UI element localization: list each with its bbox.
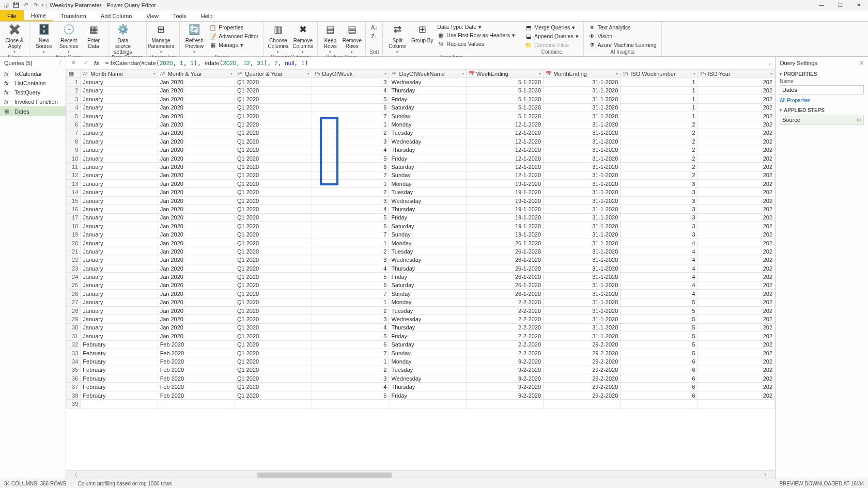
- column-header-isoyear[interactable]: 1²₃ISO Year▾: [698, 70, 774, 78]
- cell-isoweek[interactable]: 2: [621, 171, 698, 179]
- cell-isoyear[interactable]: 202: [698, 196, 774, 204]
- replace-values-button[interactable]: ½Replace Values: [436, 40, 517, 48]
- row-number[interactable]: 16: [67, 205, 81, 213]
- hscroll-thumb[interactable]: [257, 473, 392, 478]
- cell-monthending[interactable]: 29-2-2020: [544, 383, 621, 391]
- cell-weekending[interactable]: 2-2-2020: [466, 306, 543, 314]
- cell-monthending[interactable]: 31-1-2020: [544, 188, 621, 196]
- cell-monthending[interactable]: 31-1-2020: [544, 247, 621, 256]
- cell-dayofweekname[interactable]: Thursday: [389, 146, 466, 154]
- cell-monthending[interactable]: 31-1-2020: [544, 230, 621, 239]
- cell-dayofweek[interactable]: 2: [312, 188, 389, 196]
- cell-weekending[interactable]: 12-1-2020: [466, 171, 543, 179]
- cell-monthending[interactable]: [544, 400, 621, 408]
- cell-dayofweek[interactable]: 1: [312, 120, 389, 129]
- filter-icon[interactable]: ▾: [153, 71, 156, 76]
- cell-isoweek[interactable]: 6: [621, 391, 698, 399]
- row-number[interactable]: 1: [67, 78, 81, 86]
- cell-weekending[interactable]: 12-1-2020: [466, 163, 543, 171]
- sort-desc-button[interactable]: Z↓: [369, 32, 379, 40]
- cell-quarteryear[interactable]: Q1 2020: [235, 290, 312, 298]
- cell-quarteryear[interactable]: Q1 2020: [235, 315, 312, 323]
- applied-steps-title[interactable]: APPLIED STEPS: [780, 107, 864, 113]
- cell-isoweek[interactable]: [621, 400, 698, 408]
- cell-dayofweek[interactable]: 4: [312, 264, 389, 272]
- cell-monthname[interactable]: January: [81, 290, 158, 298]
- cell-dayofweek[interactable]: 2: [312, 247, 389, 256]
- cell-monthending[interactable]: 31-1-2020: [544, 163, 621, 171]
- cell-monthname[interactable]: January: [81, 222, 158, 230]
- cell-isoyear[interactable]: 202: [698, 332, 774, 340]
- cell-isoweek[interactable]: 5: [621, 323, 698, 332]
- cell-isoweek[interactable]: 6: [621, 357, 698, 366]
- cell-weekending[interactable]: [466, 400, 543, 408]
- cell-isoyear[interactable]: 202: [698, 391, 774, 399]
- cell-monthname[interactable]: January: [81, 230, 158, 239]
- cell-isoyear[interactable]: 202: [698, 340, 774, 349]
- first-row-headers-button[interactable]: ▦Use First Row as Headers ▾: [436, 31, 517, 39]
- cell-dayofweek[interactable]: 3: [312, 256, 389, 264]
- cell-isoyear[interactable]: 202: [698, 239, 774, 247]
- cell-monthyear[interactable]: Jan 2020: [158, 196, 235, 204]
- cell-monthending[interactable]: 31-1-2020: [544, 264, 621, 272]
- cell-dayofweekname[interactable]: Monday: [389, 180, 466, 188]
- filter-icon[interactable]: ▾: [384, 71, 386, 76]
- table-row[interactable]: 22JanuaryJan 2020Q1 20203Wednesday26-1-2…: [67, 256, 775, 264]
- cell-dayofweekname[interactable]: Wednesday: [389, 196, 466, 204]
- formula-expand-icon[interactable]: ⌄: [768, 60, 772, 66]
- row-number[interactable]: 23: [67, 264, 81, 272]
- cell-monthyear[interactable]: Jan 2020: [158, 188, 235, 196]
- cell-isoyear[interactable]: 202: [698, 273, 774, 281]
- cell-weekending[interactable]: 19-1-2020: [466, 188, 543, 196]
- cell-dayofweekname[interactable]: Thursday: [389, 205, 466, 213]
- table-row[interactable]: 31JanuaryJan 2020Q1 20205Friday2-2-20203…: [67, 332, 775, 340]
- cell-monthname[interactable]: January: [81, 188, 158, 196]
- cell-isoyear[interactable]: 202: [698, 290, 774, 298]
- cell-isoweek[interactable]: 5: [621, 315, 698, 323]
- cell-weekending[interactable]: 26-1-2020: [466, 256, 543, 264]
- cell-monthname[interactable]: January: [81, 146, 158, 154]
- cell-monthname[interactable]: [81, 400, 158, 408]
- cell-monthyear[interactable]: Jan 2020: [158, 120, 235, 129]
- cell-quarteryear[interactable]: Q1 2020: [235, 256, 312, 264]
- row-number[interactable]: 22: [67, 256, 81, 264]
- cell-isoyear[interactable]: 202: [698, 120, 774, 129]
- remove-rows-button[interactable]: ▤Remove Rows▾: [342, 22, 362, 54]
- table-row[interactable]: 18JanuaryJan 2020Q1 20206Saturday19-1-20…: [67, 222, 775, 230]
- cell-isoyear[interactable]: 202: [698, 112, 774, 120]
- cell-dayofweek[interactable]: 3: [312, 78, 389, 86]
- cell-monthname[interactable]: February: [81, 357, 158, 366]
- cell-quarteryear[interactable]: Q1 2020: [235, 196, 312, 204]
- cell-monthyear[interactable]: Jan 2020: [158, 332, 235, 340]
- row-number[interactable]: 37: [67, 383, 81, 391]
- table-row[interactable]: 37FebruaryFeb 2020Q1 20204Thursday9-2-20…: [67, 383, 775, 391]
- cell-monthending[interactable]: 31-1-2020: [544, 171, 621, 179]
- cell-monthname[interactable]: January: [81, 264, 158, 272]
- row-number[interactable]: 28: [67, 306, 81, 314]
- cell-weekending[interactable]: 2-2-2020: [466, 315, 543, 323]
- cell-dayofweek[interactable]: 7: [312, 171, 389, 179]
- table-row[interactable]: 27JanuaryJan 2020Q1 20201Monday2-2-20203…: [67, 298, 775, 306]
- table-row[interactable]: 16JanuaryJan 2020Q1 20204Thursday19-1-20…: [67, 205, 775, 213]
- cell-dayofweekname[interactable]: Monday: [389, 120, 466, 129]
- row-number[interactable]: 24: [67, 273, 81, 281]
- row-number[interactable]: 25: [67, 281, 81, 289]
- cell-isoyear[interactable]: 202: [698, 103, 774, 112]
- table-row[interactable]: 3JanuaryJan 2020Q1 20205Friday5-1-202031…: [67, 95, 775, 103]
- ribbon-tab-transform[interactable]: Transform: [53, 10, 94, 21]
- cell-isoweek[interactable]: 4: [621, 273, 698, 281]
- cell-monthending[interactable]: 31-1-2020: [544, 323, 621, 332]
- recent-sources-button[interactable]: 🕒Recent Sources▾: [57, 22, 80, 54]
- cell-quarteryear[interactable]: Q1 2020: [235, 298, 312, 306]
- cell-isoyear[interactable]: 202: [698, 315, 774, 323]
- cell-monthname[interactable]: January: [81, 78, 158, 86]
- cell-monthname[interactable]: January: [81, 120, 158, 129]
- cell-dayofweekname[interactable]: Saturday: [389, 222, 466, 230]
- cell-monthname[interactable]: January: [81, 281, 158, 289]
- row-number[interactable]: 14: [67, 188, 81, 196]
- table-row[interactable]: 24JanuaryJan 2020Q1 20205Friday26-1-2020…: [67, 273, 775, 281]
- cell-dayofweek[interactable]: 3: [312, 374, 389, 383]
- cell-monthending[interactable]: 31-1-2020: [544, 120, 621, 129]
- cell-quarteryear[interactable]: Q1 2020: [235, 103, 312, 112]
- cell-isoweek[interactable]: 6: [621, 366, 698, 374]
